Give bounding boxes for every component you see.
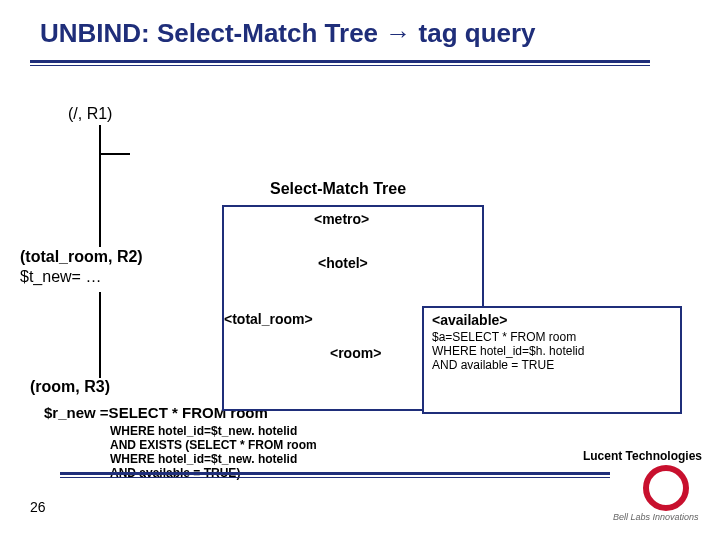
tree-room: (room, R3) [30, 378, 110, 396]
tag-room: <room> [330, 345, 381, 361]
arrow-right-icon: → [385, 18, 411, 48]
logo-ring-icon [643, 465, 689, 511]
tag-hotel: <hotel> [318, 255, 368, 271]
footer-rule [60, 472, 610, 480]
slide: UNBIND: Select-Match Tree → tag query (/… [0, 0, 720, 540]
select-match-tree-label: Select-Match Tree [270, 180, 406, 198]
tree-total-room: (total_room, R2) [20, 248, 143, 266]
tag-total-room: <total_room> [224, 311, 313, 327]
available-query: $a=SELECT * FROM room WHERE hotel_id=$h.… [432, 330, 672, 372]
title-pre: UNBIND: Select-Match Tree [40, 18, 385, 48]
logo-text: Lucent Technologies [583, 449, 702, 463]
logo: Lucent Technologies Bell Labs Innovation… [583, 449, 702, 522]
tree-root: (/, R1) [68, 105, 112, 123]
title-post: tag query [411, 18, 535, 48]
tag-metro: <metro> [314, 211, 369, 227]
title-underline [30, 60, 650, 68]
t-new: $t_new= … [20, 268, 101, 286]
available-box: <available> $a=SELECT * FROM room WHERE … [422, 306, 682, 414]
page-number: 26 [30, 499, 46, 515]
logo-subtext: Bell Labs Innovations [613, 512, 702, 522]
tag-available: <available> [432, 312, 672, 328]
page-title: UNBIND: Select-Match Tree → tag query [40, 18, 536, 49]
